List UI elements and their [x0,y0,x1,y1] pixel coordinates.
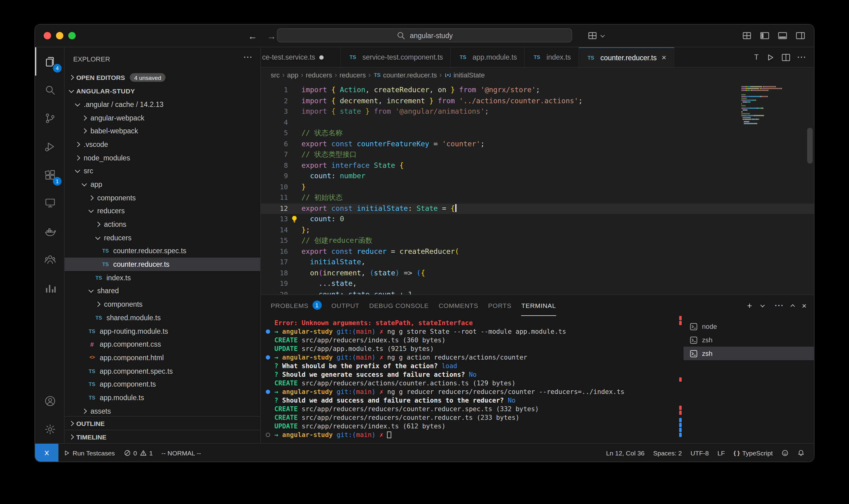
tree-item-counter-reducer-ts[interactable]: TScounter.reducer.ts [65,258,260,271]
toggle-secondary-sidebar-button[interactable] [796,31,805,40]
zoom-window-button[interactable] [68,32,76,39]
new-terminal-button[interactable]: + [747,301,752,310]
minimize-window-button[interactable] [56,32,63,39]
sidebar-section-timeline[interactable]: TIMELINE [65,430,260,443]
activity-bar-item-source-control[interactable] [35,104,64,132]
minimap[interactable] [741,86,805,125]
activity-bar-item-accounts[interactable] [35,386,64,415]
tree-item-app-module-ts[interactable]: TSapp.module.ts [65,391,260,404]
tree-item-app-routing-module-ts[interactable]: TSapp-routing.module.ts [65,324,260,338]
back-button[interactable]: ← [248,31,257,41]
run-testcases[interactable]: Run Testcases [58,444,119,462]
notifications[interactable] [793,444,809,462]
run-file-button[interactable] [765,53,775,62]
tree-item-angular-webpack[interactable]: angular-webpack [65,111,260,124]
panel-tab-debug-console[interactable]: DEBUG CONSOLE [369,295,429,316]
layout-dropdown-button[interactable] [588,31,607,40]
toggle-panel-button[interactable] [778,31,787,40]
tree-item-components[interactable]: components [65,298,260,311]
close-icon[interactable]: × [662,53,666,62]
tree-item-label: babel-webpack [90,127,138,134]
breadcrumb-item-counter-reducer-ts[interactable]: TScounter.reducer.ts [373,71,437,79]
editor-tab-service-test-component-ts[interactable]: TSservice-test.component.ts [341,47,451,67]
editor-tab-counter-reducer-ts[interactable]: TScounter.reducer.ts× [579,47,674,67]
breadcrumb-item-app[interactable]: app [287,71,298,79]
panel-tab-label: DEBUG CONSOLE [369,302,429,309]
editor-tab-ce-test-service-ts[interactable]: ce-test.service.ts [261,47,341,67]
bell-icon [797,449,805,456]
tree-item-babel-webpack[interactable]: babel-webpack [65,124,260,138]
problems-summary[interactable]: 01 [119,444,157,462]
command-center[interactable]: angular-study [277,28,572,42]
tree-item-app-component-css[interactable]: #app.component.css [65,338,260,351]
tree-item-actions[interactable]: actions [65,218,260,231]
tree-item--angular-cache-14-2-13[interactable]: .angular / cache / 14.2.13 [65,98,260,111]
terminal-tab-icon [690,322,698,330]
breadcrumb-item-initialstate[interactable]: initialState [444,71,485,79]
indentation[interactable]: Spaces: 2 [649,444,686,462]
activity-bar-item-run-and-debug[interactable] [35,132,64,160]
tree-item-index-ts[interactable]: TSindex.ts [65,271,260,284]
editor-tab-app-module-ts[interactable]: TSapp.module.ts [451,47,525,67]
activity-bar-item-extensions[interactable]: 1 [35,160,64,189]
terminal-tab-zsh[interactable]: zsh [683,347,814,360]
toggle-primary-sidebar-button[interactable] [760,31,769,40]
code-editor[interactable]: 1import { Action, createReducer, on } fr… [261,83,814,294]
split-editor-button[interactable] [781,53,791,62]
activity-bar-item-testing-charts[interactable] [35,273,64,302]
panel-tab-comments[interactable]: COMMENTS [439,295,478,316]
breadcrumb-item-reducers[interactable]: reducers [340,71,366,79]
sidebar-section-outline[interactable]: OUTLINE [65,416,260,430]
tree-item-reducers[interactable]: reducers [65,231,260,244]
tree-item-shared[interactable]: shared [65,284,260,298]
maximize-panel-button[interactable] [792,303,795,308]
tree-item-node-modules[interactable]: node_modules [65,151,260,164]
symbol-icon [444,71,452,79]
tree-item-components[interactable]: components [65,191,260,204]
close-panel-button[interactable]: × [802,302,807,309]
activity-bar-item-settings[interactable] [35,415,64,443]
terminal-dropdown-button[interactable] [760,305,767,306]
editor-tab-index-ts[interactable]: TSindex.ts [525,47,579,67]
panel-tab-terminal[interactable]: TERMINAL [521,295,556,316]
close-window-button[interactable] [44,32,51,39]
panel-more-actions-button[interactable]: ··· [775,302,784,309]
tree-item-app-component-ts[interactable]: TSapp.component.ts [65,378,260,391]
tree-item--vscode[interactable]: .vscode [65,138,260,151]
activity-bar-item-search[interactable] [35,76,64,104]
terminal-tab-node[interactable]: node [683,320,814,333]
breadcrumb-item-reducers[interactable]: reducers [306,71,332,79]
tab-action-t[interactable]: T [754,53,759,61]
panel-tab-ports[interactable]: PORTS [488,295,512,316]
tree-item-app[interactable]: app [65,178,260,191]
panel-tab-output[interactable]: OUTPUT [331,295,359,316]
panel-tab-problems[interactable]: PROBLEMS1 [271,295,322,316]
customize-layout-icon[interactable] [742,31,752,40]
remote-indicator[interactable] [35,444,58,462]
forward-button[interactable]: → [267,31,276,41]
explorer-more-actions-button[interactable]: ··· [244,53,253,61]
project-section[interactable]: ANGULAR-STUDY [65,84,260,98]
activity-bar-item-docker[interactable] [35,217,64,245]
activity-bar-item-organization[interactable] [35,245,64,273]
activity-bar-item-remote-explorer[interactable] [35,189,64,217]
tree-item-reducers[interactable]: reducers [65,204,260,218]
tree-item-shared-module-ts[interactable]: TSshared.module.ts [65,311,260,324]
editor-more-actions-button[interactable]: ··· [797,53,807,61]
terminal-tab-zsh[interactable]: zsh [683,333,814,347]
activity-bar-item-explorer[interactable]: 4 [35,47,64,76]
encoding[interactable]: UTF-8 [686,444,713,462]
language-mode[interactable]: { }TypeScript [729,444,777,462]
tree-item-assets[interactable]: assets [65,404,260,418]
breadcrumb-item-src[interactable]: src [271,71,280,79]
feedback[interactable] [777,444,793,462]
tree-item-app-component-html[interactable]: <>app.component.html [65,351,260,364]
tree-item-app-component-spec-ts[interactable]: TSapp.component.spec.ts [65,364,260,378]
tree-item-src[interactable]: src [65,164,260,178]
eol[interactable]: LF [713,444,729,462]
terminal-output[interactable]: Error: Unknown arguments: statePath, sta… [261,316,677,443]
open-editors-section[interactable]: OPEN EDITORS 4 unsaved [65,71,260,84]
tree-item-counter-reducer-spec-ts[interactable]: TScounter.reducer.spec.ts [65,244,260,257]
cursor-position[interactable]: Ln 12, Col 36 [602,444,649,462]
editor-scrollbar[interactable] [807,128,813,163]
